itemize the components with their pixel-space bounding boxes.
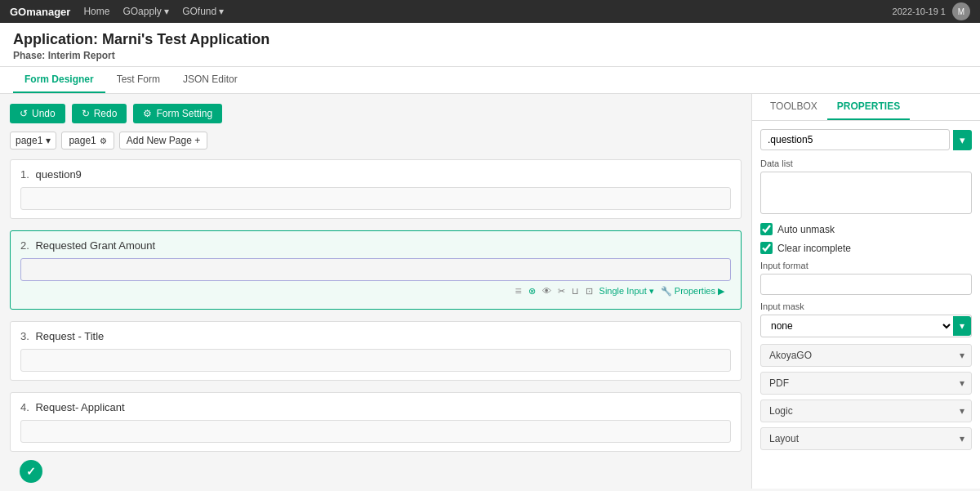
input-mask-select-row: none ▾: [760, 315, 972, 337]
clear-incomplete-checkbox[interactable]: [760, 242, 773, 254]
cut-icon[interactable]: ✂: [558, 286, 565, 297]
add-page-button[interactable]: Add New Page +: [119, 132, 207, 150]
avatar: M: [952, 2, 970, 20]
tab-form-designer[interactable]: Form Designer: [13, 67, 105, 93]
settings-icon: ⚙: [100, 136, 107, 145]
data-list-textarea[interactable]: [760, 172, 972, 214]
navbar-link-goapply[interactable]: GOapply ▾: [122, 6, 169, 17]
status-badge: ✓: [20, 460, 42, 483]
right-panel-body: .question5 ▾ Data list Auto unmask Clear…: [752, 121, 980, 463]
form-designer: ↺ Undo ↻ Redo ⚙ Form Setting page1 ▾ pag…: [0, 94, 751, 489]
question-block-2: 2. Requested Grant Amount ≡ ⊗ 👁 ✂ ⊔ ⊡ Si…: [10, 230, 742, 310]
page-tab-label[interactable]: page1 ⚙: [61, 132, 114, 150]
toolbar: ↺ Undo ↻ Redo ⚙ Form Setting: [10, 104, 742, 123]
page-header: Application: Marni's Test Application Ph…: [0, 23, 980, 67]
navbar-link-home[interactable]: Home: [83, 6, 109, 17]
right-panel: TOOLBOX PROPERTIES .question5 ▾ Data lis…: [751, 94, 980, 489]
tab-properties[interactable]: PROPERTIES: [827, 94, 910, 120]
input-mask-label: Input mask: [760, 301, 972, 311]
navbar: GOmanager Home GOapply ▾ GOfund ▾ 2022-1…: [0, 0, 980, 23]
navbar-logo: GOmanager: [10, 6, 70, 18]
undo-button[interactable]: ↺ Undo: [10, 104, 65, 123]
properties-link[interactable]: 🔧 Properties ▶: [661, 286, 724, 297]
auto-unmask-checkbox[interactable]: [760, 223, 773, 235]
navbar-left: GOmanager Home GOapply ▾ GOfund ▾: [10, 6, 225, 18]
page-tabs-row: page1 ▾ page1 ⚙ Add New Page +: [10, 132, 742, 150]
clear-incomplete-row: Clear incomplete: [760, 242, 972, 254]
tab-test-form[interactable]: Test Form: [105, 67, 172, 93]
gear-icon: ⚙: [143, 108, 152, 119]
question-block-4: 4. Request- Applicant: [10, 392, 742, 452]
page-phase: Phase: Interim Report: [13, 50, 967, 61]
tab-toolbox[interactable]: TOOLBOX: [760, 94, 827, 120]
question-input-3[interactable]: [20, 349, 731, 372]
question-label-3: 3. Request - Title: [20, 330, 731, 342]
question-select-arrow-button[interactable]: ▾: [953, 130, 972, 150]
question-select-row: .question5 ▾: [760, 129, 972, 150]
row-toolbar: ≡ ⊗ 👁 ✂ ⊔ ⊡ Single Input ▾ 🔧 Properties …: [20, 281, 731, 301]
tab-json-editor[interactable]: JSON Editor: [172, 67, 249, 93]
navbar-right: 2022-10-19 1 M: [893, 2, 970, 20]
navbar-link-gofund[interactable]: GOfund ▾: [182, 6, 224, 17]
question-input-4[interactable]: [20, 420, 731, 443]
duplicate-icon[interactable]: ⊡: [586, 286, 593, 297]
main-layout: ↺ Undo ↻ Redo ⚙ Form Setting page1 ▾ pag…: [0, 94, 980, 489]
page-tab-dropdown[interactable]: page1 ▾: [10, 132, 56, 150]
auto-unmask-label: Auto unmask: [777, 224, 835, 235]
navbar-timestamp: 2022-10-19 1: [893, 7, 946, 16]
auto-unmask-row: Auto unmask: [760, 223, 972, 235]
tab-bar: Form Designer Test Form JSON Editor: [0, 67, 980, 94]
input-format-input[interactable]: [760, 274, 972, 295]
question-input-1[interactable]: [20, 187, 731, 210]
question-label-4: 4. Request- Applicant: [20, 401, 731, 413]
question-block-1: 1. question9: [10, 159, 742, 219]
drag-handle-icon[interactable]: ≡: [514, 284, 521, 297]
question-select-input[interactable]: .question5: [760, 129, 950, 150]
pdf-chevron-icon: ▾: [953, 373, 971, 394]
redo-icon: ↻: [82, 108, 90, 119]
undo-icon: ↺: [20, 108, 28, 119]
logic-chevron-icon: ▾: [953, 400, 971, 422]
eye-icon[interactable]: 👁: [542, 286, 551, 296]
question-input-2[interactable]: [20, 258, 731, 281]
input-mask-arrow-button[interactable]: ▾: [953, 316, 971, 336]
akoyago-chevron-icon: ▾: [953, 345, 971, 366]
question-block-3: 3. Request - Title: [10, 321, 742, 381]
right-panel-tabs: TOOLBOX PROPERTIES: [752, 94, 980, 121]
akoyago-section[interactable]: AkoyaGO ▾: [760, 344, 972, 367]
question-label-1: 1. question9: [20, 168, 731, 181]
form-setting-button[interactable]: ⚙ Form Setting: [133, 104, 222, 123]
pdf-section[interactable]: PDF ▾: [760, 372, 972, 395]
layout-chevron-icon: ▾: [953, 428, 971, 449]
question-label-2: 2. Requested Grant Amount: [20, 239, 731, 252]
copy-icon[interactable]: ⊔: [572, 286, 579, 297]
redo-button[interactable]: ↻ Redo: [72, 104, 127, 123]
input-mask-select[interactable]: none: [761, 315, 953, 337]
layout-section[interactable]: Layout ▾: [760, 427, 972, 450]
input-format-label: Input format: [760, 261, 972, 270]
page-title: Application: Marni's Test Application: [13, 31, 967, 48]
remove-icon[interactable]: ⊗: [528, 286, 536, 297]
data-list-label: Data list: [760, 158, 972, 168]
chevron-down-icon: ▾: [46, 135, 51, 146]
single-input-dropdown[interactable]: Single Input ▾: [599, 286, 654, 297]
logic-section[interactable]: Logic ▾: [760, 399, 972, 422]
clear-incomplete-label: Clear incomplete: [777, 243, 851, 254]
